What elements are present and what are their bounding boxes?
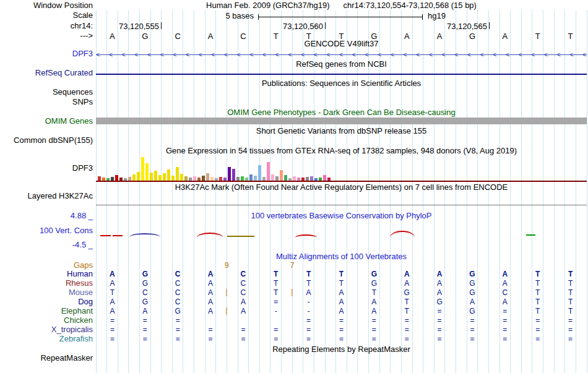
species-label-chicken[interactable]: Chicken: [0, 316, 93, 325]
gtex-bar: [158, 175, 162, 181]
alignment-base: =: [162, 325, 194, 334]
gencode-title[interactable]: GENCODE V49lift37: [96, 40, 587, 48]
gtex-bar: [301, 178, 305, 181]
alignment-base: T: [96, 288, 128, 297]
alignment-base: =: [96, 316, 128, 325]
omim-title[interactable]: OMIM Gene Phenotypes - Dark Green Can Be…: [96, 108, 587, 117]
scale-value: 5 bases: [96, 11, 254, 20]
repeatmasker-track-label[interactable]: RepeatMasker: [0, 354, 93, 362]
omim-gene-bar[interactable]: [96, 118, 587, 124]
alignment-base: A: [358, 307, 390, 315]
alignment-base: T: [555, 307, 587, 315]
alignment-base: =: [456, 335, 488, 343]
sequences-track-label[interactable]: Sequences: [0, 88, 93, 96]
conservation-track-label[interactable]: 100 Vert. Cons: [0, 226, 93, 235]
alignment-base: A: [96, 298, 128, 306]
gtex-title[interactable]: Gene Expression in 54 tissues from GTEx …: [96, 147, 587, 155]
alignment-base: G: [358, 279, 390, 288]
gtex-bar: [119, 178, 123, 181]
base-letter: G: [456, 32, 488, 41]
alignment-base: A: [227, 307, 259, 315]
alignment-base: A: [194, 307, 227, 315]
alignment-base: =: [227, 335, 259, 343]
window-position-value: Human Feb. 2009 (GRCh37/hg19)chr14:73,12…: [96, 1, 587, 10]
refseq-title[interactable]: RefSeq genes from NCBI: [96, 60, 587, 69]
alignment-base: T: [326, 270, 358, 278]
alignment-base: G: [129, 270, 161, 278]
repeatmasker-title[interactable]: Repeating Elements by RepeatMasker: [96, 345, 587, 354]
ruler-tick-label[interactable]: 73,120,560: [267, 22, 323, 31]
alignment-base: G: [129, 298, 161, 306]
gencode-strand-arrows[interactable]: < < < < < < < < < < < < < < < < < < < < …: [96, 50, 587, 59]
scale-bar-right-tick: [422, 14, 423, 20]
species-label-elephant[interactable]: Elephant: [0, 307, 93, 315]
alignment-base: G: [162, 307, 194, 315]
refseq-gene-line[interactable]: [96, 74, 587, 75]
conservation-mark: [227, 236, 254, 237]
alignment-base: T: [555, 288, 587, 297]
gtex-bar: [232, 169, 235, 181]
gtex-bar: [219, 177, 222, 181]
alignment-base: =: [423, 316, 456, 325]
gaps-label[interactable]: Gaps: [0, 261, 93, 270]
alignment-base: A: [423, 279, 456, 288]
ruler-tick-label[interactable]: 73,120,565: [431, 22, 487, 31]
species-label-dog[interactable]: Dog: [0, 298, 93, 306]
alignment-base: T: [391, 298, 423, 306]
alignment-base: =: [162, 335, 194, 343]
alignment-base: C: [227, 279, 259, 288]
genome-browser-track-image[interactable]: Window Position Human Feb. 2009 (GRCh37/…: [0, 0, 588, 373]
snps-track-label[interactable]: SNPs: [0, 98, 93, 106]
alignment-base: G: [129, 279, 161, 288]
alignment-insert-marker: |: [225, 288, 227, 296]
alignment-base: T: [391, 307, 423, 315]
conservation-title[interactable]: 100 vertebrates Basewise Conservation by…: [96, 212, 587, 220]
omim-track-label[interactable]: OMIM Genes: [0, 117, 93, 126]
alignment-base: A: [391, 279, 423, 288]
publications-title[interactable]: Publications: Sequences in Scientific Ar…: [96, 79, 587, 88]
base-letter: A: [194, 32, 227, 41]
alignment-base: A: [293, 288, 325, 297]
alignment-base: T: [522, 307, 554, 315]
alignment-base: A: [423, 288, 456, 297]
gtex-baseline[interactable]: [96, 181, 587, 182]
base-letter: A: [391, 32, 423, 41]
h3k27ac-track-label[interactable]: Layered H3K27Ac: [0, 192, 93, 200]
gtex-bar: [271, 174, 274, 181]
ruler-tick-label[interactable]: 73,120,555: [103, 22, 159, 31]
alignment-base: =: [489, 316, 521, 325]
ruler-tick: [161, 22, 162, 29]
gtex-bar: [98, 176, 101, 181]
species-label-mouse[interactable]: Mouse: [0, 288, 93, 297]
h3k27ac-title[interactable]: H3K27Ac Mark (Often Found Near Active Re…: [96, 183, 587, 192]
gap-size-number: 9: [222, 261, 231, 270]
base-letter: A: [96, 32, 128, 41]
gtex-bar: [193, 176, 196, 181]
alignment-base: =: [260, 335, 292, 343]
gtex-bar: [327, 178, 331, 181]
alignment-base: =: [326, 316, 358, 325]
gencode-gene-label[interactable]: DPF3: [0, 49, 93, 58]
dbsnp-title[interactable]: Short Genetic Variants from dbSNP releas…: [96, 127, 587, 135]
alignment-base: =: [456, 325, 488, 334]
species-label-rhesus[interactable]: Rhesus: [0, 279, 93, 288]
gtex-bar: [102, 178, 105, 181]
strand-label: --->: [0, 32, 93, 40]
gtex-bar: [141, 157, 144, 181]
gtex-bar: [275, 176, 279, 181]
species-label-zebrafish[interactable]: Zebrafish: [0, 335, 93, 343]
gtex-bar: [319, 178, 322, 181]
gtex-bar: [267, 162, 270, 181]
base-letter: A: [423, 32, 456, 41]
multiz-title[interactable]: Multiz Alignments of 100 Vertebrates: [96, 252, 587, 261]
gtex-gene-label[interactable]: DPF3: [0, 164, 93, 173]
dbsnp-track-label[interactable]: Common dbSNP(155): [0, 136, 93, 145]
alignment-base: =: [391, 316, 423, 325]
alignment-base: G: [456, 307, 488, 315]
alignment-base: =: [96, 335, 128, 343]
species-label-human[interactable]: Human: [0, 270, 93, 278]
species-label-x_tropicalis[interactable]: X_tropicalis: [0, 325, 93, 334]
refseq-track-label[interactable]: RefSeq Curated: [0, 69, 93, 77]
gtex-bar: [284, 175, 287, 181]
alignment-base: A: [391, 270, 423, 278]
